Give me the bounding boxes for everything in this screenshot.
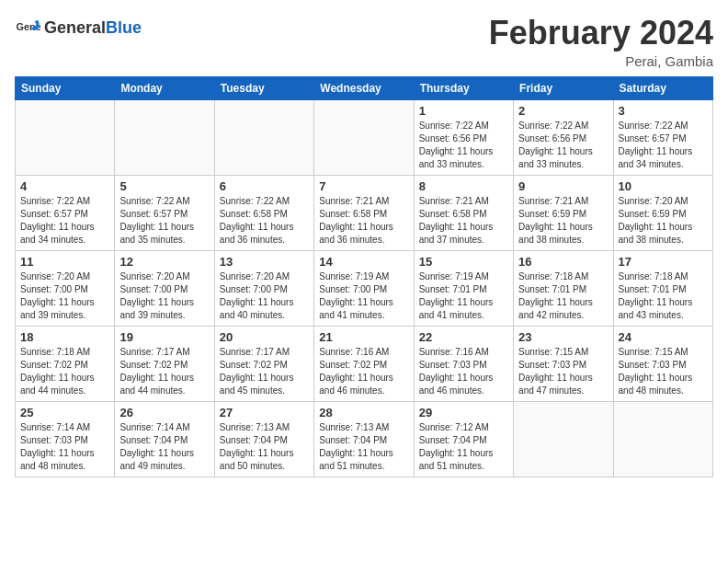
calendar-cell: 24Sunrise: 7:15 AM Sunset: 7:03 PM Dayli… (613, 326, 712, 401)
cell-info: Sunrise: 7:20 AM Sunset: 7:00 PM Dayligh… (119, 270, 209, 322)
cell-day-number: 3 (619, 104, 708, 118)
weekday-header: Tuesday (214, 76, 313, 99)
calendar-cell (314, 99, 414, 175)
calendar-cell: 7Sunrise: 7:21 AM Sunset: 6:58 PM Daylig… (314, 175, 414, 250)
calendar-cell: 1Sunrise: 7:22 AM Sunset: 6:56 PM Daylig… (414, 99, 513, 175)
calendar-cell: 8Sunrise: 7:21 AM Sunset: 6:58 PM Daylig… (414, 175, 513, 250)
calendar-cell (514, 401, 613, 477)
cell-day-number: 10 (619, 179, 708, 193)
calendar-cell: 20Sunrise: 7:17 AM Sunset: 7:02 PM Dayli… (214, 326, 313, 401)
location: Perai, Gambia (489, 53, 713, 69)
cell-info: Sunrise: 7:22 AM Sunset: 6:57 PM Dayligh… (119, 195, 209, 247)
calendar-cell: 11Sunrise: 7:20 AM Sunset: 7:00 PM Dayli… (16, 250, 115, 326)
cell-day-number: 18 (20, 330, 109, 344)
cell-info: Sunrise: 7:20 AM Sunset: 7:00 PM Dayligh… (20, 270, 109, 322)
cell-day-number: 24 (619, 330, 708, 344)
calendar-cell (115, 99, 214, 175)
calendar-cell: 23Sunrise: 7:15 AM Sunset: 7:03 PM Dayli… (514, 326, 613, 401)
cell-day-number: 13 (220, 255, 309, 269)
logo: General GeneralBlue (15, 15, 142, 40)
month-title: February 2024 (489, 15, 713, 52)
calendar-cell: 25Sunrise: 7:14 AM Sunset: 7:03 PM Dayli… (16, 401, 115, 477)
calendar-week-row: 25Sunrise: 7:14 AM Sunset: 7:03 PM Dayli… (16, 401, 713, 477)
calendar-cell (16, 99, 115, 175)
cell-info: Sunrise: 7:16 AM Sunset: 7:03 PM Dayligh… (419, 346, 508, 397)
logo-icon: General (15, 15, 40, 40)
cell-day-number: 12 (119, 255, 209, 269)
cell-day-number: 15 (419, 255, 508, 269)
calendar-cell: 17Sunrise: 7:18 AM Sunset: 7:01 PM Dayli… (613, 250, 712, 326)
cell-day-number: 11 (20, 255, 109, 269)
calendar-cell: 28Sunrise: 7:13 AM Sunset: 7:04 PM Dayli… (314, 401, 414, 477)
calendar-cell: 15Sunrise: 7:19 AM Sunset: 7:01 PM Dayli… (414, 250, 513, 326)
weekday-header: Wednesday (314, 76, 414, 99)
calendar-cell: 18Sunrise: 7:18 AM Sunset: 7:02 PM Dayli… (16, 326, 115, 401)
cell-day-number: 14 (319, 255, 408, 269)
cell-info: Sunrise: 7:22 AM Sunset: 6:56 PM Dayligh… (518, 120, 608, 171)
calendar-cell: 26Sunrise: 7:14 AM Sunset: 7:04 PM Dayli… (115, 401, 214, 477)
cell-info: Sunrise: 7:14 AM Sunset: 7:04 PM Dayligh… (119, 421, 209, 473)
calendar-cell: 16Sunrise: 7:18 AM Sunset: 7:01 PM Dayli… (514, 250, 613, 326)
cell-info: Sunrise: 7:19 AM Sunset: 7:01 PM Dayligh… (419, 270, 508, 322)
logo-text-blue: Blue (106, 18, 142, 37)
weekday-header: Friday (514, 76, 613, 99)
calendar-cell: 9Sunrise: 7:21 AM Sunset: 6:59 PM Daylig… (514, 175, 613, 250)
cell-day-number: 22 (419, 330, 508, 344)
cell-day-number: 9 (518, 179, 608, 193)
cell-day-number: 29 (419, 406, 508, 419)
calendar-week-row: 4Sunrise: 7:22 AM Sunset: 6:57 PM Daylig… (16, 175, 713, 250)
cell-info: Sunrise: 7:14 AM Sunset: 7:03 PM Dayligh… (20, 421, 109, 473)
cell-day-number: 23 (518, 330, 608, 344)
cell-day-number: 16 (518, 255, 608, 269)
calendar-cell (214, 99, 313, 175)
cell-info: Sunrise: 7:22 AM Sunset: 6:58 PM Dayligh… (220, 195, 309, 247)
cell-info: Sunrise: 7:18 AM Sunset: 7:01 PM Dayligh… (619, 270, 708, 322)
calendar-cell: 29Sunrise: 7:12 AM Sunset: 7:04 PM Dayli… (414, 401, 513, 477)
cell-info: Sunrise: 7:18 AM Sunset: 7:02 PM Dayligh… (20, 346, 109, 397)
cell-info: Sunrise: 7:22 AM Sunset: 6:57 PM Dayligh… (619, 120, 708, 171)
cell-day-number: 5 (119, 179, 209, 193)
cell-info: Sunrise: 7:13 AM Sunset: 7:04 PM Dayligh… (319, 421, 408, 473)
cell-info: Sunrise: 7:13 AM Sunset: 7:04 PM Dayligh… (220, 421, 309, 473)
cell-day-number: 27 (220, 406, 309, 419)
cell-info: Sunrise: 7:22 AM Sunset: 6:56 PM Dayligh… (419, 120, 508, 171)
cell-day-number: 17 (619, 255, 708, 269)
calendar-cell: 21Sunrise: 7:16 AM Sunset: 7:02 PM Dayli… (314, 326, 414, 401)
cell-day-number: 25 (20, 406, 109, 419)
calendar-cell: 6Sunrise: 7:22 AM Sunset: 6:58 PM Daylig… (214, 175, 313, 250)
cell-day-number: 21 (319, 330, 408, 344)
cell-day-number: 20 (220, 330, 309, 344)
cell-info: Sunrise: 7:17 AM Sunset: 7:02 PM Dayligh… (119, 346, 209, 397)
cell-info: Sunrise: 7:16 AM Sunset: 7:02 PM Dayligh… (319, 346, 408, 397)
weekday-header: Sunday (16, 76, 115, 99)
weekday-header: Saturday (613, 76, 712, 99)
calendar-cell: 22Sunrise: 7:16 AM Sunset: 7:03 PM Dayli… (414, 326, 513, 401)
calendar-cell: 5Sunrise: 7:22 AM Sunset: 6:57 PM Daylig… (115, 175, 214, 250)
cell-day-number: 4 (20, 179, 109, 193)
cell-info: Sunrise: 7:18 AM Sunset: 7:01 PM Dayligh… (518, 270, 608, 322)
page-header: General GeneralBlue February 2024 Perai,… (15, 15, 713, 69)
calendar-week-row: 1Sunrise: 7:22 AM Sunset: 6:56 PM Daylig… (16, 99, 713, 175)
cell-day-number: 26 (119, 406, 209, 419)
calendar-table: SundayMondayTuesdayWednesdayThursdayFrid… (15, 76, 713, 477)
calendar-cell: 3Sunrise: 7:22 AM Sunset: 6:57 PM Daylig… (613, 99, 712, 175)
calendar-cell: 10Sunrise: 7:20 AM Sunset: 6:59 PM Dayli… (613, 175, 712, 250)
cell-info: Sunrise: 7:20 AM Sunset: 7:00 PM Dayligh… (220, 270, 309, 322)
cell-day-number: 7 (319, 179, 408, 193)
calendar-cell: 4Sunrise: 7:22 AM Sunset: 6:57 PM Daylig… (16, 175, 115, 250)
cell-info: Sunrise: 7:15 AM Sunset: 7:03 PM Dayligh… (619, 346, 708, 397)
calendar-cell: 12Sunrise: 7:20 AM Sunset: 7:00 PM Dayli… (115, 250, 214, 326)
cell-info: Sunrise: 7:21 AM Sunset: 6:58 PM Dayligh… (319, 195, 408, 247)
cell-info: Sunrise: 7:17 AM Sunset: 7:02 PM Dayligh… (220, 346, 309, 397)
calendar-cell: 27Sunrise: 7:13 AM Sunset: 7:04 PM Dayli… (214, 401, 313, 477)
cell-day-number: 28 (319, 406, 408, 419)
cell-day-number: 8 (419, 179, 508, 193)
calendar-cell: 14Sunrise: 7:19 AM Sunset: 7:00 PM Dayli… (314, 250, 414, 326)
cell-info: Sunrise: 7:22 AM Sunset: 6:57 PM Dayligh… (20, 195, 109, 247)
calendar-cell: 19Sunrise: 7:17 AM Sunset: 7:02 PM Dayli… (115, 326, 214, 401)
title-block: February 2024 Perai, Gambia (489, 15, 713, 69)
cell-info: Sunrise: 7:21 AM Sunset: 6:58 PM Dayligh… (419, 195, 508, 247)
cell-info: Sunrise: 7:12 AM Sunset: 7:04 PM Dayligh… (419, 421, 508, 473)
logo-text-general: General (44, 18, 106, 37)
calendar-week-row: 18Sunrise: 7:18 AM Sunset: 7:02 PM Dayli… (16, 326, 713, 401)
